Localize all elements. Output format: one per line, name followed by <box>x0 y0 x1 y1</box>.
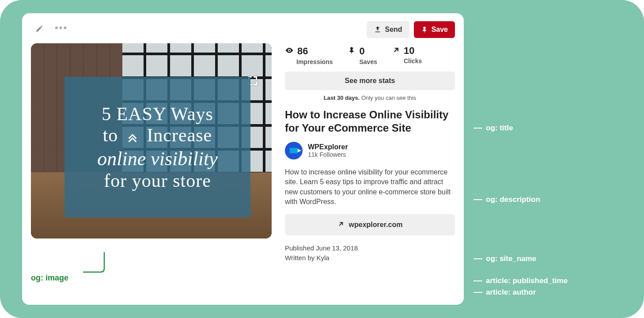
source-name: WPExplorer <box>308 143 348 151</box>
pushpin-icon <box>421 26 428 34</box>
pin-description: How to increase online visibility for yo… <box>285 167 455 207</box>
last30-bold: Last 30 days. <box>324 95 360 101</box>
annotation-author: article: author <box>474 288 536 297</box>
impressions-value: 86 <box>297 46 308 56</box>
overlay-line1: 5 EASY Ways <box>97 103 218 125</box>
overlay-line4: for your store <box>97 170 218 191</box>
upload-icon <box>374 26 382 34</box>
edit-icon[interactable] <box>35 25 43 35</box>
annotation-og-site-name: og: site_name <box>474 254 536 263</box>
top-bar: ••• Send Save <box>31 21 455 38</box>
see-more-stats-button[interactable]: See more stats <box>285 72 455 90</box>
source-row[interactable]: WPExplorer 11k Followers <box>285 142 455 159</box>
site-name: wpexplorer.com <box>349 221 403 229</box>
annotation-og-title: og: title <box>474 124 513 132</box>
send-button[interactable]: Send <box>367 21 409 38</box>
arrow-upright-icon <box>392 46 400 56</box>
site-link-button[interactable]: wpexplorer.com <box>285 214 455 235</box>
stat-clicks: 10 Clicks <box>392 46 422 65</box>
pin-image[interactable]: 5 EASY Ways to Increase online visibilit… <box>31 43 272 238</box>
overlay-line2a: to <box>103 125 118 145</box>
last30-rest: Only you can see this <box>360 95 416 101</box>
author-line: Written by Kyla <box>285 253 455 263</box>
annotation-og-image-connector <box>83 250 110 278</box>
pin-title: How to Increase Online Visibility for Yo… <box>285 108 455 135</box>
save-label: Save <box>432 26 448 34</box>
avatar <box>285 142 303 159</box>
send-label: Send <box>385 26 402 34</box>
stats-row: 86 Impressions 0 Saves <box>285 46 455 65</box>
saves-label: Saves <box>359 58 377 65</box>
annotation-og-image: og: image <box>31 273 68 283</box>
annotation-published-time: article: published_time <box>474 276 568 285</box>
eye-icon <box>285 46 294 57</box>
published-line: Published June 13, 2018 <box>285 243 455 254</box>
stat-saves: 0 Saves <box>348 46 377 65</box>
clicks-value: 10 <box>404 46 414 56</box>
annotation-og-description: og: description <box>474 195 540 204</box>
clicks-label: Clicks <box>404 57 422 64</box>
overlay-line3: online visibility <box>97 148 218 170</box>
arrow-upright-icon <box>337 220 345 229</box>
overlay-line2b: Increase <box>147 125 212 145</box>
stats-disclaimer: Last 30 days. Only you can see this <box>285 95 455 101</box>
saves-value: 0 <box>359 46 364 56</box>
chevron-up-icon <box>126 126 139 148</box>
diagram-canvas: ••• Send Save <box>0 0 644 318</box>
impressions-label: Impressions <box>296 58 333 65</box>
source-followers: 11k Followers <box>308 151 348 158</box>
stat-impressions: 86 Impressions <box>285 46 333 65</box>
save-button[interactable]: Save <box>414 21 455 38</box>
pushpin-small-icon <box>348 46 356 57</box>
image-overlay: 5 EASY Ways to Increase online visibilit… <box>64 77 250 217</box>
